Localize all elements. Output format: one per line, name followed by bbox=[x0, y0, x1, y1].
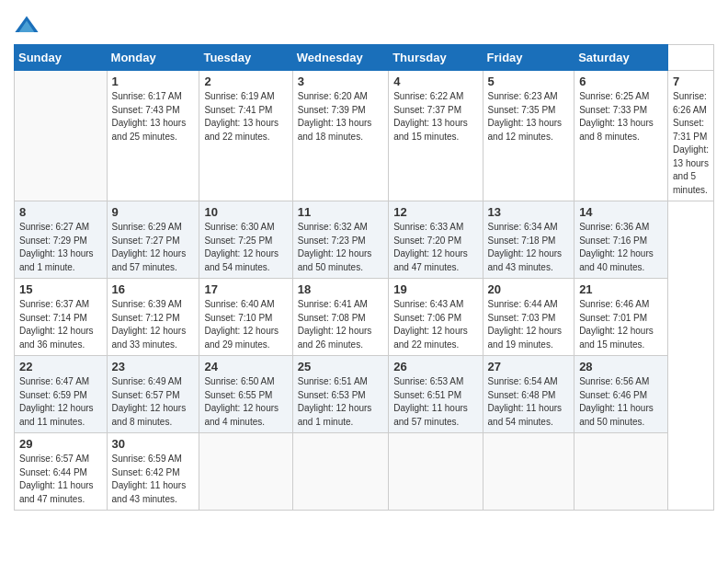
day-number: 30 bbox=[112, 437, 195, 451]
calendar-cell: 12Sunrise: 6:33 AMSunset: 7:20 PMDayligh… bbox=[389, 201, 483, 279]
day-info: Sunrise: 6:23 AMSunset: 7:35 PMDaylight:… bbox=[488, 90, 570, 144]
calendar-cell: 20Sunrise: 6:44 AMSunset: 7:03 PMDayligh… bbox=[483, 279, 574, 356]
calendar-cell: 21Sunrise: 6:46 AMSunset: 7:01 PMDayligh… bbox=[574, 279, 668, 356]
day-number: 8 bbox=[19, 205, 102, 219]
calendar-cell: 28Sunrise: 6:56 AMSunset: 6:46 PMDayligh… bbox=[574, 356, 668, 433]
calendar-cell: 3Sunrise: 6:20 AMSunset: 7:39 PMDaylight… bbox=[292, 71, 388, 201]
page-header bbox=[14, 9, 714, 39]
calendar-cell bbox=[292, 433, 388, 511]
day-info: Sunrise: 6:32 AMSunset: 7:23 PMDaylight:… bbox=[298, 221, 383, 274]
day-number: 1 bbox=[112, 75, 195, 88]
day-info: Sunrise: 6:22 AMSunset: 7:37 PMDaylight:… bbox=[393, 90, 477, 144]
day-info: Sunrise: 6:26 AMSunset: 7:31 PMDaylight:… bbox=[673, 90, 709, 197]
calendar-cell bbox=[199, 433, 292, 511]
day-number: 5 bbox=[488, 75, 570, 88]
day-info: Sunrise: 6:36 AMSunset: 7:16 PMDaylight:… bbox=[579, 221, 663, 274]
day-number: 20 bbox=[488, 282, 570, 296]
calendar-cell: 2Sunrise: 6:19 AMSunset: 7:41 PMDaylight… bbox=[199, 71, 292, 201]
day-info: Sunrise: 6:20 AMSunset: 7:39 PMDaylight:… bbox=[298, 90, 383, 144]
day-number: 14 bbox=[579, 205, 663, 219]
week-row-2: 8Sunrise: 6:27 AMSunset: 7:29 PMDaylight… bbox=[15, 201, 714, 279]
day-number: 17 bbox=[204, 282, 287, 296]
day-info: Sunrise: 6:25 AMSunset: 7:33 PMDaylight:… bbox=[579, 90, 663, 144]
day-info: Sunrise: 6:56 AMSunset: 6:46 PMDaylight:… bbox=[579, 375, 663, 429]
weekday-header-sunday: Sunday bbox=[15, 45, 108, 71]
logo-icon bbox=[14, 13, 40, 39]
day-number: 22 bbox=[19, 360, 102, 373]
day-info: Sunrise: 6:54 AMSunset: 6:48 PMDaylight:… bbox=[488, 375, 570, 429]
day-number: 2 bbox=[204, 75, 287, 88]
calendar-cell: 27Sunrise: 6:54 AMSunset: 6:48 PMDayligh… bbox=[483, 356, 574, 433]
day-info: Sunrise: 6:33 AMSunset: 7:20 PMDaylight:… bbox=[393, 221, 477, 274]
calendar-cell: 25Sunrise: 6:51 AMSunset: 6:53 PMDayligh… bbox=[292, 356, 388, 433]
day-info: Sunrise: 6:17 AMSunset: 7:43 PMDaylight:… bbox=[112, 90, 195, 144]
calendar-cell: 17Sunrise: 6:40 AMSunset: 7:10 PMDayligh… bbox=[199, 279, 292, 356]
weekday-header-row: SundayMondayTuesdayWednesdayThursdayFrid… bbox=[15, 45, 714, 71]
calendar-cell: 26Sunrise: 6:53 AMSunset: 6:51 PMDayligh… bbox=[389, 356, 483, 433]
day-info: Sunrise: 6:34 AMSunset: 7:18 PMDaylight:… bbox=[488, 221, 570, 274]
day-info: Sunrise: 6:49 AMSunset: 6:57 PMDaylight:… bbox=[112, 375, 195, 429]
weekday-header-thursday: Thursday bbox=[389, 45, 483, 71]
calendar-cell: 6Sunrise: 6:25 AMSunset: 7:33 PMDaylight… bbox=[574, 71, 668, 201]
day-number: 4 bbox=[393, 75, 477, 88]
day-info: Sunrise: 6:27 AMSunset: 7:29 PMDaylight:… bbox=[19, 221, 102, 274]
day-info: Sunrise: 6:41 AMSunset: 7:08 PMDaylight:… bbox=[298, 298, 383, 351]
calendar-cell: 14Sunrise: 6:36 AMSunset: 7:16 PMDayligh… bbox=[574, 201, 668, 279]
day-number: 11 bbox=[298, 205, 383, 219]
week-row-5: 29Sunrise: 6:57 AMSunset: 6:44 PMDayligh… bbox=[15, 433, 714, 511]
calendar-table: SundayMondayTuesdayWednesdayThursdayFrid… bbox=[14, 44, 714, 511]
day-info: Sunrise: 6:44 AMSunset: 7:03 PMDaylight:… bbox=[488, 298, 570, 351]
day-info: Sunrise: 6:59 AMSunset: 6:42 PMDaylight:… bbox=[112, 453, 195, 506]
calendar-cell: 4Sunrise: 6:22 AMSunset: 7:37 PMDaylight… bbox=[389, 71, 483, 201]
calendar-cell: 16Sunrise: 6:39 AMSunset: 7:12 PMDayligh… bbox=[107, 279, 199, 356]
calendar-cell: 15Sunrise: 6:37 AMSunset: 7:14 PMDayligh… bbox=[15, 279, 108, 356]
logo bbox=[14, 13, 43, 39]
calendar-cell: 24Sunrise: 6:50 AMSunset: 6:55 PMDayligh… bbox=[199, 356, 292, 433]
calendar-cell: 7Sunrise: 6:26 AMSunset: 7:31 PMDaylight… bbox=[668, 71, 714, 201]
calendar-cell: 19Sunrise: 6:43 AMSunset: 7:06 PMDayligh… bbox=[389, 279, 483, 356]
day-number: 9 bbox=[112, 205, 195, 219]
day-info: Sunrise: 6:40 AMSunset: 7:10 PMDaylight:… bbox=[204, 298, 287, 351]
day-info: Sunrise: 6:51 AMSunset: 6:53 PMDaylight:… bbox=[298, 375, 383, 429]
calendar-cell: 1Sunrise: 6:17 AMSunset: 7:43 PMDaylight… bbox=[107, 71, 199, 201]
day-number: 28 bbox=[579, 360, 663, 373]
day-number: 24 bbox=[204, 360, 287, 373]
day-number: 10 bbox=[204, 205, 287, 219]
day-number: 19 bbox=[393, 282, 477, 296]
weekday-header-tuesday: Tuesday bbox=[199, 45, 292, 71]
day-info: Sunrise: 6:57 AMSunset: 6:44 PMDaylight:… bbox=[19, 453, 102, 506]
week-row-3: 15Sunrise: 6:37 AMSunset: 7:14 PMDayligh… bbox=[15, 279, 714, 356]
empty-cell bbox=[15, 71, 108, 201]
weekday-header-saturday: Saturday bbox=[574, 45, 668, 71]
calendar-cell: 23Sunrise: 6:49 AMSunset: 6:57 PMDayligh… bbox=[107, 356, 199, 433]
day-number: 25 bbox=[298, 360, 383, 373]
weekday-header-monday: Monday bbox=[107, 45, 199, 71]
day-number: 13 bbox=[488, 205, 570, 219]
day-number: 29 bbox=[19, 437, 102, 451]
calendar-cell: 18Sunrise: 6:41 AMSunset: 7:08 PMDayligh… bbox=[292, 279, 388, 356]
day-info: Sunrise: 6:47 AMSunset: 6:59 PMDaylight:… bbox=[19, 375, 102, 429]
day-number: 18 bbox=[298, 282, 383, 296]
day-info: Sunrise: 6:37 AMSunset: 7:14 PMDaylight:… bbox=[19, 298, 102, 351]
day-number: 15 bbox=[19, 282, 102, 296]
day-number: 7 bbox=[673, 75, 709, 88]
calendar-cell: 9Sunrise: 6:29 AMSunset: 7:27 PMDaylight… bbox=[107, 201, 199, 279]
day-info: Sunrise: 6:39 AMSunset: 7:12 PMDaylight:… bbox=[112, 298, 195, 351]
day-info: Sunrise: 6:46 AMSunset: 7:01 PMDaylight:… bbox=[579, 298, 663, 351]
day-number: 27 bbox=[488, 360, 570, 373]
day-info: Sunrise: 6:30 AMSunset: 7:25 PMDaylight:… bbox=[204, 221, 287, 274]
day-number: 3 bbox=[298, 75, 383, 88]
day-number: 16 bbox=[112, 282, 195, 296]
calendar-cell: 8Sunrise: 6:27 AMSunset: 7:29 PMDaylight… bbox=[15, 201, 108, 279]
calendar-cell bbox=[389, 433, 483, 511]
calendar-cell: 30Sunrise: 6:59 AMSunset: 6:42 PMDayligh… bbox=[107, 433, 199, 511]
calendar-cell: 5Sunrise: 6:23 AMSunset: 7:35 PMDaylight… bbox=[483, 71, 574, 201]
calendar-cell: 13Sunrise: 6:34 AMSunset: 7:18 PMDayligh… bbox=[483, 201, 574, 279]
weekday-header-friday: Friday bbox=[483, 45, 574, 71]
calendar-cell bbox=[483, 433, 574, 511]
day-number: 26 bbox=[393, 360, 477, 373]
day-number: 23 bbox=[112, 360, 195, 373]
calendar-cell bbox=[574, 433, 668, 511]
week-row-1: 1Sunrise: 6:17 AMSunset: 7:43 PMDaylight… bbox=[15, 71, 714, 201]
day-number: 12 bbox=[393, 205, 477, 219]
